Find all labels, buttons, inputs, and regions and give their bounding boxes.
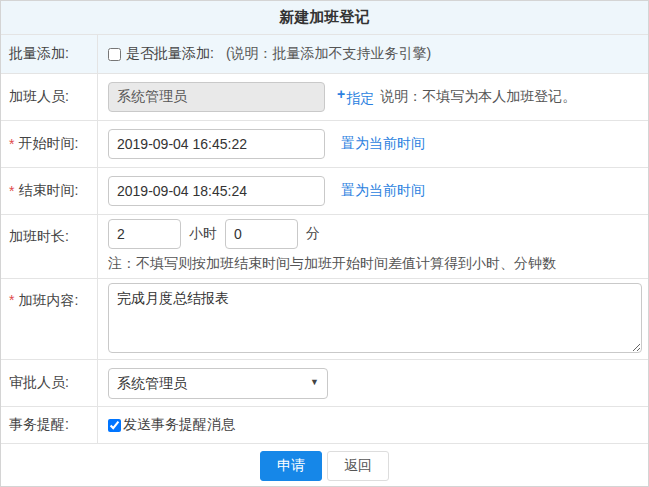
title-bar: 新建加班登记 [1,1,648,34]
overtime-registration-form: 新建加班登记 批量添加: 是否批量添加: (说明：批量添加不支持业务引擎) 加班… [0,0,649,487]
batch-add-label-cell: 批量添加: [1,35,98,73]
batch-add-content: 是否批量添加: (说明：批量添加不支持业务引擎) [98,35,648,73]
row-batch-add: 批量添加: 是否批量添加: (说明：批量添加不支持业务引擎) [1,34,648,73]
content-label-cell: * 加班内容: [1,279,98,359]
person-content: +指定 说明：不填写为本人加班登记。 [98,74,648,120]
person-label-cell: 加班人员: [1,74,98,120]
batch-add-checkbox-label: 是否批量添加: [126,45,214,63]
end-time-label: 结束时间: [18,182,78,200]
reminder-checkbox-label: 发送事务提醒消息 [123,416,235,434]
reminder-checkbox[interactable] [108,419,121,432]
duration-content: 小时 分 注：不填写则按加班结束时间与加班开始时间差值计算得到小时、分钟数 [98,215,648,278]
required-asterisk: * [9,136,14,152]
person-input [108,82,325,112]
person-note: 说明：不填写为本人加班登记。 [380,88,576,106]
required-asterisk: * [9,292,14,308]
reminder-content: 发送事务提醒消息 [98,407,648,443]
minutes-unit-label: 分 [306,225,320,243]
duration-minutes-input[interactable] [225,219,298,249]
end-time-label-cell: * 结束时间: [1,168,98,214]
duration-label-cell: 加班时长: [1,215,98,278]
end-time-content: 置为当前时间 [98,168,648,214]
content-content: 完成月度总结报表 [98,279,648,359]
row-overtime-person: 加班人员: +指定 说明：不填写为本人加班登记。 [1,73,648,120]
start-time-label-cell: * 开始时间: [1,121,98,167]
row-overtime-content: * 加班内容: 完成月度总结报表 [1,278,648,359]
footer-actions: 申请 返回 [1,443,648,487]
reminder-checkbox-wrap[interactable]: 发送事务提醒消息 [108,416,235,434]
hours-unit-label: 小时 [189,225,217,243]
duration-hours-input[interactable] [108,219,181,249]
plus-icon: + [337,86,345,102]
assign-link[interactable]: 指定 [346,90,374,106]
row-reminder: 事务提醒: 发送事务提醒消息 [1,406,648,443]
row-approver: 审批人员: 系统管理员 ▼ [1,359,648,406]
apply-button[interactable]: 申请 [260,451,322,481]
overtime-content-textarea[interactable]: 完成月度总结报表 [108,283,642,353]
approver-label: 审批人员: [9,374,69,392]
batch-add-checkbox-wrap[interactable]: 是否批量添加: [108,45,214,63]
approver-select-wrap: 系统管理员 ▼ [108,368,328,399]
content-label: 加班内容: [18,292,78,310]
start-time-now-link[interactable]: 置为当前时间 [341,135,425,153]
reminder-label-cell: 事务提醒: [1,407,98,443]
duration-label: 加班时长: [9,228,69,246]
end-time-input[interactable] [108,176,325,206]
batch-add-checkbox[interactable] [108,48,121,61]
start-time-label: 开始时间: [18,135,78,153]
back-button[interactable]: 返回 [327,451,389,481]
reminder-label: 事务提醒: [9,416,69,434]
approver-label-cell: 审批人员: [1,360,98,406]
batch-add-label: 批量添加: [9,45,69,63]
row-duration: 加班时长: 小时 分 注：不填写则按加班结束时间与加班开始时间差值计算得到小时、… [1,214,648,278]
batch-add-note: (说明：批量添加不支持业务引擎) [226,45,431,63]
approver-select[interactable]: 系统管理员 [108,368,328,399]
row-end-time: * 结束时间: 置为当前时间 [1,167,648,214]
required-asterisk: * [9,183,14,199]
end-time-now-link[interactable]: 置为当前时间 [341,182,425,200]
row-start-time: * 开始时间: 置为当前时间 [1,120,648,167]
assign-link-wrap[interactable]: +指定 [337,86,374,108]
person-label: 加班人员: [9,88,69,106]
page-title: 新建加班登记 [280,8,370,27]
start-time-content: 置为当前时间 [98,121,648,167]
approver-content: 系统管理员 ▼ [98,360,648,406]
start-time-input[interactable] [108,129,325,159]
duration-note: 注：不填写则按加班结束时间与加班开始时间差值计算得到小时、分钟数 [108,255,556,273]
